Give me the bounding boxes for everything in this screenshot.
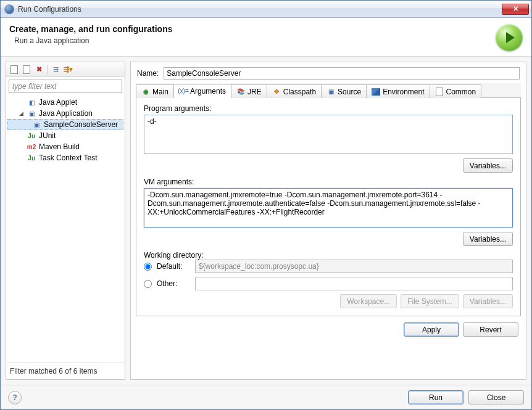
- tree-item-sampleconsoleserver[interactable]: ▣ SampleConsoleServer: [7, 119, 123, 130]
- config-tree[interactable]: ◧ Java Applet ◢ ▣ Java Application ▣ Sam…: [6, 96, 125, 363]
- dialog-window: Run Configurations ✕ Create, manage, and…: [0, 0, 532, 410]
- program-args-variables-button[interactable]: Variables...: [463, 158, 513, 173]
- header-subtitle: Run a Java application: [14, 36, 496, 45]
- junit-icon: Jᴜ: [27, 153, 36, 163]
- collapse-all-button[interactable]: ⊟: [50, 64, 61, 75]
- revert-button[interactable]: Revert: [463, 322, 518, 337]
- caret-expanded-icon: ◢: [19, 111, 24, 117]
- delete-config-button[interactable]: ✖: [33, 64, 44, 75]
- tab-label: Classpath: [283, 88, 316, 96]
- new-config-button[interactable]: [9, 64, 20, 75]
- duplicate-config-button[interactable]: [21, 64, 32, 75]
- arguments-tab-content: Program arguments: Variables... VM argum…: [136, 98, 521, 316]
- header-panel: Create, manage, and run configurations R…: [1, 18, 531, 57]
- tab-main[interactable]: ◉ Main: [136, 84, 174, 98]
- tree-label: Task Context Test: [39, 154, 98, 162]
- tree-label: Maven Build: [39, 142, 80, 151]
- vm-args-variables-button[interactable]: Variables...: [463, 232, 513, 246]
- tree-item-task-context-test[interactable]: Jᴜ Task Context Test: [6, 152, 125, 163]
- applet-icon: ◧: [27, 97, 36, 107]
- play-icon: ◉: [141, 88, 150, 96]
- wd-other-input[interactable]: [195, 277, 513, 290]
- tree-label: Java Applet: [39, 98, 77, 107]
- filter-status: Filter matched 6 of 6 items: [6, 363, 125, 379]
- working-directory-label: Working directory:: [144, 251, 203, 260]
- tree-item-java-applet[interactable]: ◧ Java Applet: [6, 97, 125, 108]
- filter-input[interactable]: [9, 80, 122, 93]
- tab-label: Environment: [383, 88, 424, 96]
- javaapp-icon: ▣: [31, 120, 41, 129]
- window-close-button[interactable]: ✕: [502, 4, 529, 15]
- wd-default-radio[interactable]: [144, 263, 152, 271]
- name-label: Name:: [137, 69, 159, 78]
- args-icon: (x)=: [179, 87, 188, 96]
- apply-button[interactable]: Apply: [404, 322, 459, 337]
- tree-item-maven-build[interactable]: m2 Maven Build: [6, 141, 125, 152]
- config-tabs: ◉ Main (x)= Arguments 📚 JRE ✥ Classpath: [136, 83, 521, 98]
- tree-label: Java Application: [39, 109, 93, 118]
- tab-common[interactable]: Common: [430, 84, 482, 98]
- env-icon: [372, 88, 380, 96]
- wd-variables-button: Variables...: [463, 294, 513, 308]
- wd-default-label: Default:: [157, 262, 190, 271]
- tab-label: Source: [338, 88, 361, 96]
- header-title: Create, manage, and run configurations: [9, 24, 496, 34]
- run-button[interactable]: Run: [408, 390, 463, 404]
- tree-label: SampleConsoleServer: [44, 120, 118, 129]
- tab-label: Arguments: [190, 87, 226, 96]
- wd-workspace-button: Workspace...: [340, 294, 397, 308]
- tree-item-java-application[interactable]: ◢ ▣ Java Application: [6, 108, 125, 119]
- help-button[interactable]: ?: [8, 391, 22, 404]
- window-title: Run Configurations: [18, 5, 502, 14]
- tab-jre[interactable]: 📚 JRE: [231, 84, 267, 98]
- wd-default-input: [195, 260, 513, 273]
- tree-item-junit[interactable]: Jᴜ JUnit: [6, 130, 125, 141]
- toolbar-separator: [47, 65, 48, 75]
- copy-doc-icon: [23, 65, 30, 74]
- tab-label: Common: [446, 88, 476, 96]
- wd-other-radio[interactable]: [144, 280, 152, 288]
- program-args-label: Program arguments:: [144, 104, 513, 113]
- titlebar[interactable]: Run Configurations ✕: [1, 1, 531, 18]
- eclipse-app-icon: [4, 4, 14, 14]
- config-detail-panel: Name: ◉ Main (x)= Arguments 📚 JRE: [130, 62, 526, 380]
- wd-other-label: Other:: [157, 279, 190, 288]
- javaapp-icon: ▣: [27, 109, 36, 118]
- tab-label: JRE: [247, 88, 262, 96]
- tree-label: JUnit: [39, 131, 56, 140]
- source-icon: ▣: [326, 88, 335, 96]
- tab-source[interactable]: ▣ Source: [321, 84, 367, 98]
- configurations-panel: ✖ ⊟ ⇶▾ ◧ Java Applet ◢ ▣ Java Applicatio…: [6, 62, 125, 380]
- tab-label: Main: [152, 88, 168, 96]
- caret-icon: [19, 155, 24, 161]
- dialog-footer: ? Run Close: [1, 385, 531, 409]
- filter-button[interactable]: ⇶▾: [62, 64, 73, 75]
- jre-icon: 📚: [236, 88, 245, 96]
- tab-classpath[interactable]: ✥ Classpath: [267, 84, 322, 98]
- tab-environment[interactable]: Environment: [366, 84, 430, 98]
- vm-args-label: VM arguments:: [144, 178, 513, 186]
- wd-filesystem-button: File System...: [401, 294, 459, 308]
- junit-icon: Jᴜ: [27, 131, 36, 141]
- m2-icon: m2: [27, 142, 36, 152]
- classpath-icon: ✥: [272, 88, 281, 96]
- vm-args-input[interactable]: [144, 188, 513, 228]
- caret-icon: [19, 100, 24, 105]
- config-toolbar: ✖ ⊟ ⇶▾: [6, 62, 125, 77]
- new-doc-icon: [10, 65, 18, 74]
- program-args-input[interactable]: [144, 115, 513, 154]
- close-button[interactable]: Close: [468, 390, 524, 404]
- tab-arguments[interactable]: (x)= Arguments: [173, 84, 231, 98]
- caret-icon: [19, 133, 24, 139]
- name-input[interactable]: [164, 67, 520, 80]
- common-icon: [435, 88, 444, 96]
- run-icon-large: [496, 24, 523, 51]
- caret-icon: [19, 144, 24, 150]
